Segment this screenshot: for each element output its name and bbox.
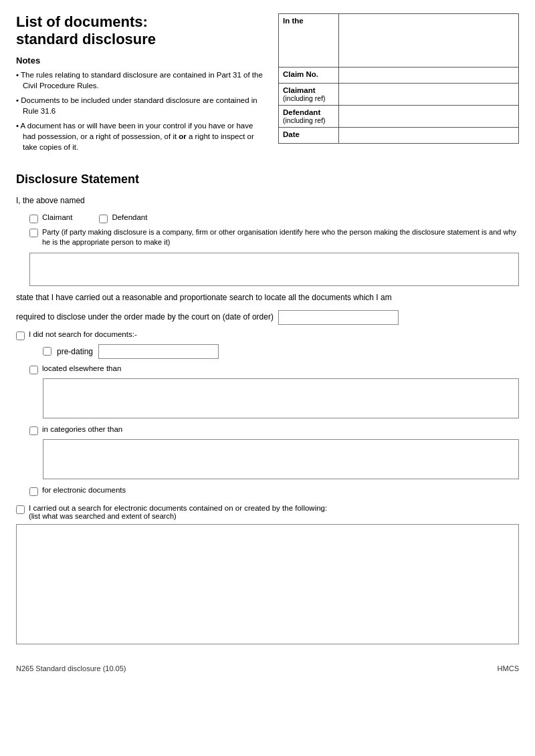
located-elsewhere-label: located elsewhere than bbox=[42, 364, 121, 372]
pre-dating-row: pre-dating bbox=[43, 344, 519, 359]
pre-dating-input[interactable] bbox=[98, 344, 219, 359]
defendant-label: Defendant (including ref) bbox=[279, 106, 339, 128]
date-row: Date bbox=[279, 128, 519, 144]
claim-no-row: Claim No. bbox=[279, 68, 519, 84]
defendant-value[interactable] bbox=[339, 106, 519, 128]
claimant-checkbox[interactable] bbox=[29, 215, 38, 223]
required-disclose-row: required to disclose under the order mad… bbox=[16, 310, 519, 325]
located-elsewhere-textarea[interactable] bbox=[43, 378, 519, 418]
notes-section: Notes The rules relating to standard dis… bbox=[16, 55, 268, 153]
electronic-docs-label: for electronic documents bbox=[42, 486, 126, 494]
electronic-docs-section: for electronic documents bbox=[29, 486, 519, 496]
located-elsewhere-row: located elsewhere than bbox=[29, 364, 519, 374]
right-panel: In the Claim No. Claimant (including ref… bbox=[278, 13, 519, 156]
did-not-search-checkbox[interactable] bbox=[16, 332, 25, 340]
date-input[interactable] bbox=[343, 130, 514, 140]
disclosure-section: Disclosure Statement I, the above named … bbox=[16, 172, 519, 650]
in-the-input[interactable] bbox=[343, 17, 514, 64]
categories-row: in categories other than bbox=[29, 425, 519, 435]
defendant-checkbox-label: Defendant bbox=[112, 213, 147, 221]
i-carried-label: I carried out a search for electronic do… bbox=[29, 504, 327, 512]
i-carried-checkbox[interactable] bbox=[16, 505, 25, 514]
located-elsewhere-section: located elsewhere than bbox=[29, 364, 519, 418]
pre-dating-label: pre-dating bbox=[57, 347, 93, 356]
claimant-value[interactable] bbox=[339, 84, 519, 106]
i-carried-textarea[interactable] bbox=[16, 524, 519, 644]
claimant-defendant-checkboxes: Claimant Defendant bbox=[29, 213, 519, 223]
claim-no-input[interactable] bbox=[343, 70, 514, 80]
i-carried-text-block: I carried out a search for electronic do… bbox=[29, 504, 327, 520]
located-elsewhere-checkbox[interactable] bbox=[29, 366, 38, 374]
pre-dating-checkbox[interactable] bbox=[43, 347, 51, 356]
claimant-input[interactable] bbox=[343, 86, 514, 102]
categories-label: in categories other than bbox=[42, 425, 122, 433]
in-the-label: In the bbox=[279, 14, 339, 68]
claim-no-value[interactable] bbox=[339, 68, 519, 84]
did-not-search-row: I did not search for documents:- bbox=[16, 330, 519, 340]
date-value[interactable] bbox=[339, 128, 519, 144]
defendant-checkbox-row: Defendant bbox=[99, 213, 147, 223]
in-the-value[interactable] bbox=[339, 14, 519, 68]
notes-item-3: A document has or will have been in your… bbox=[16, 120, 268, 152]
date-of-order-label: (date of order) bbox=[223, 312, 274, 322]
i-carried-section: I carried out a search for electronic do… bbox=[16, 504, 519, 644]
notes-heading: Notes bbox=[16, 55, 268, 66]
i-above-named-text: I, the above named bbox=[16, 196, 85, 205]
page-title: List of documents: standard disclosure bbox=[16, 13, 268, 49]
party-checkbox-row: Party (if party making disclosure is a c… bbox=[29, 227, 519, 248]
party-text: Party (if party making disclosure is a c… bbox=[42, 227, 519, 248]
i-carried-row: I carried out a search for electronic do… bbox=[16, 504, 519, 520]
notes-item-1: The rules relating to standard disclosur… bbox=[16, 70, 268, 91]
notes-item-2: Documents to be included under standard … bbox=[16, 95, 268, 116]
electronic-docs-row: for electronic documents bbox=[29, 486, 519, 496]
info-table: In the Claim No. Claimant (including ref… bbox=[278, 13, 519, 144]
did-not-search-label: I did not search for documents:- bbox=[29, 330, 137, 338]
footer-left: N265 Standard disclosure (10.05) bbox=[16, 664, 126, 672]
top-section: List of documents: standard disclosure N… bbox=[16, 13, 519, 156]
categories-checkbox[interactable] bbox=[29, 426, 38, 435]
notes-list: The rules relating to standard disclosur… bbox=[16, 70, 268, 153]
party-textarea[interactable] bbox=[29, 253, 519, 286]
page-wrapper: List of documents: standard disclosure N… bbox=[16, 13, 519, 672]
defendant-checkbox[interactable] bbox=[99, 215, 108, 223]
in-the-row: In the bbox=[279, 14, 519, 68]
claimant-row: Claimant (including ref) bbox=[279, 84, 519, 106]
did-not-search-section: I did not search for documents:- pre-dat… bbox=[16, 330, 519, 496]
i-above-named-row: I, the above named bbox=[16, 195, 519, 207]
categories-section: in categories other than bbox=[29, 425, 519, 479]
date-of-order-input[interactable] bbox=[278, 310, 399, 325]
i-carried-sublabel: (list what was searched and extent of se… bbox=[29, 512, 177, 520]
claimant-checkbox-label: Claimant bbox=[42, 213, 72, 221]
claim-no-label: Claim No. bbox=[279, 68, 339, 84]
electronic-docs-checkbox[interactable] bbox=[29, 487, 38, 496]
defendant-input[interactable] bbox=[343, 108, 514, 124]
left-top: List of documents: standard disclosure N… bbox=[16, 13, 268, 156]
party-checkbox[interactable] bbox=[29, 229, 38, 237]
disclosure-heading: Disclosure Statement bbox=[16, 172, 519, 186]
date-label: Date bbox=[279, 128, 339, 144]
categories-textarea[interactable] bbox=[43, 439, 519, 479]
state-that-text: state that I have carried out a reasonab… bbox=[16, 291, 519, 304]
claimant-checkbox-row: Claimant bbox=[29, 213, 72, 223]
footer-right: HMCS bbox=[498, 664, 519, 672]
footer: N265 Standard disclosure (10.05) HMCS bbox=[16, 664, 519, 672]
claimant-label: Claimant (including ref) bbox=[279, 84, 339, 106]
defendant-row: Defendant (including ref) bbox=[279, 106, 519, 128]
